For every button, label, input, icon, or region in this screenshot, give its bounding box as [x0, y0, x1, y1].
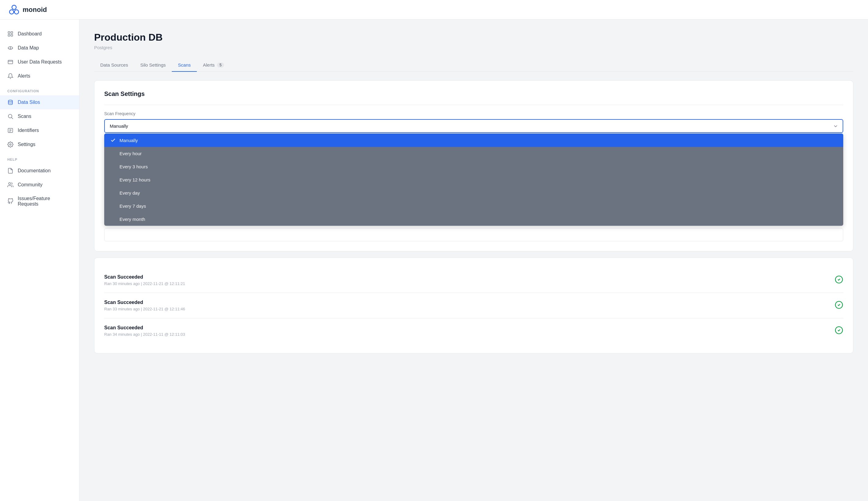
sidebar-label-settings: Settings [18, 142, 35, 147]
svg-point-10 [8, 100, 12, 102]
scan-frequency-field: Scan Frequency Manually Manually [104, 111, 843, 133]
data-silos-icon [7, 99, 13, 105]
sidebar-item-user-data-requests[interactable]: User Data Requests [0, 55, 79, 69]
svg-rect-3 [8, 32, 10, 34]
scan-frequency-label: Scan Frequency [104, 111, 843, 116]
svg-point-17 [10, 144, 11, 146]
identifiers-icon [7, 127, 13, 134]
sidebar-label-issues: Issues/Feature Requests [18, 196, 72, 207]
scan-success-icon-3 [835, 326, 843, 336]
sidebar-label-documentation: Documentation [18, 168, 51, 173]
data-map-icon [7, 45, 13, 51]
scan-frequency-select[interactable]: Manually [104, 119, 843, 133]
dropdown-option-every-month[interactable]: Every month [104, 213, 843, 226]
sidebar-label-scans: Scans [18, 114, 31, 119]
scan-result-1-subtitle: Ran 30 minutes ago | 2022-11-21 @ 12:11:… [104, 281, 185, 286]
sidebar-label-data-silos: Data Silos [18, 99, 40, 105]
selected-value: Manually [110, 124, 128, 129]
dashboard-icon [7, 31, 13, 37]
frequency-dropdown: Manually Every hour Every 3 hours E [104, 134, 843, 226]
tab-scans[interactable]: Scans [172, 58, 197, 72]
logo-icon [9, 4, 20, 15]
sidebar-item-documentation[interactable]: Documentation [0, 164, 79, 178]
page-subtitle: Postgres [94, 45, 853, 50]
sidebar-item-community[interactable]: Community [0, 178, 79, 192]
sidebar-item-scans[interactable]: Scans [0, 109, 79, 124]
scan-result-3-subtitle: Ran 34 minutes ago | 2022-11-11 @ 12:11:… [104, 332, 185, 337]
scan-result-1-title: Scan Succeeded [104, 274, 185, 280]
sidebar-label-dashboard: Dashboard [18, 31, 42, 37]
sidebar-label-alerts: Alerts [18, 73, 30, 79]
option-label-every-3-hours: Every 3 hours [119, 164, 148, 169]
scan-result-2-title: Scan Succeeded [104, 300, 185, 305]
scans-icon [7, 113, 13, 119]
page-title: Production DB [94, 32, 853, 43]
alerts-nav-icon [7, 73, 13, 79]
svg-rect-5 [8, 34, 10, 36]
help-section-label: HELP [0, 151, 79, 164]
sidebar-label-user-data-requests: User Data Requests [18, 59, 62, 65]
scan-success-icon-1 [835, 275, 843, 285]
option-label-every-month: Every month [119, 216, 145, 222]
svg-point-0 [12, 5, 16, 10]
dropdown-option-every-day[interactable]: Every day [104, 186, 843, 200]
dropdown-option-every-12-hours[interactable]: Every 12 hours [104, 173, 843, 186]
scan-frequency-select-wrapper: Manually Manually Every hour [104, 119, 843, 133]
scan-result-1-info: Scan Succeeded Ran 30 minutes ago | 2022… [104, 274, 185, 286]
svg-line-12 [12, 118, 13, 119]
scan-result-3-info: Scan Succeeded Ran 34 minutes ago | 2022… [104, 325, 185, 337]
main-content: Production DB Postgres Data Sources Silo… [80, 20, 868, 501]
tab-data-sources[interactable]: Data Sources [94, 58, 134, 72]
dropdown-option-every-hour[interactable]: Every hour [104, 147, 843, 160]
tab-alerts[interactable]: Alerts 5 [197, 58, 230, 72]
app-header: monoid [0, 0, 868, 20]
option-label-every-hour: Every hour [119, 151, 142, 156]
scan-result-3-title: Scan Succeeded [104, 325, 185, 331]
scan-success-icon-2 [835, 301, 843, 310]
settings-icon [7, 141, 13, 148]
scan-result-3: Scan Succeeded Ran 34 minutes ago | 2022… [104, 318, 843, 343]
check-icon [110, 138, 116, 143]
sidebar-item-data-map[interactable]: Data Map [0, 41, 79, 55]
scan-result-2-info: Scan Succeeded Ran 33 minutes ago | 2022… [104, 300, 185, 311]
alerts-badge: 5 [217, 63, 224, 67]
svg-point-18 [9, 183, 11, 185]
user-requests-icon [7, 59, 13, 65]
sidebar-item-dashboard[interactable]: Dashboard [0, 27, 79, 41]
scan-result-2: Scan Succeeded Ran 33 minutes ago | 2022… [104, 293, 843, 318]
sidebar-item-identifiers[interactable]: Identifiers [0, 124, 79, 138]
scan-settings-card: Scan Settings Scan Frequency Manually [94, 80, 853, 252]
community-icon [7, 182, 13, 188]
sidebar-label-data-map: Data Map [18, 45, 39, 51]
dropdown-option-every-7-days[interactable]: Every 7 days [104, 200, 843, 213]
config-section-label: CONFIGURATION [0, 83, 79, 95]
docs-icon [7, 168, 13, 174]
scan-results-card: Scan Succeeded Ran 30 minutes ago | 2022… [94, 257, 853, 353]
logo[interactable]: monoid [9, 4, 47, 15]
sidebar-item-alerts[interactable]: Alerts [0, 69, 79, 83]
sidebar-item-settings[interactable]: Settings [0, 138, 79, 151]
tabs: Data Sources Silo Settings Scans Alerts … [94, 58, 853, 72]
svg-point-1 [10, 10, 14, 14]
sidebar-item-issues[interactable]: Issues/Feature Requests [0, 192, 79, 211]
svg-point-2 [14, 10, 19, 14]
svg-rect-4 [11, 32, 13, 34]
svg-rect-6 [11, 34, 13, 36]
option-label-manually: Manually [119, 138, 138, 143]
svg-point-11 [8, 114, 12, 118]
tab-silo-settings[interactable]: Silo Settings [134, 58, 172, 72]
scan-result-2-subtitle: Ran 33 minutes ago | 2022-11-21 @ 12:11:… [104, 307, 185, 311]
dropdown-option-every-3-hours[interactable]: Every 3 hours [104, 160, 843, 173]
svg-rect-9 [8, 60, 13, 64]
sidebar-label-community: Community [18, 182, 42, 188]
sidebar-item-data-silos[interactable]: Data Silos [0, 95, 79, 109]
scan-result-1: Scan Succeeded Ran 30 minutes ago | 2022… [104, 268, 843, 293]
option-label-every-12-hours: Every 12 hours [119, 177, 150, 182]
option-label-every-7-days: Every 7 days [119, 203, 146, 209]
scan-settings-title: Scan Settings [104, 90, 843, 97]
option-label-every-day: Every day [119, 190, 140, 195]
dropdown-option-manually[interactable]: Manually [104, 134, 843, 147]
sidebar: Dashboard Data Map User Data Requests Al… [0, 20, 80, 501]
scan-text-input[interactable] [104, 228, 843, 241]
sidebar-label-identifiers: Identifiers [18, 128, 39, 133]
